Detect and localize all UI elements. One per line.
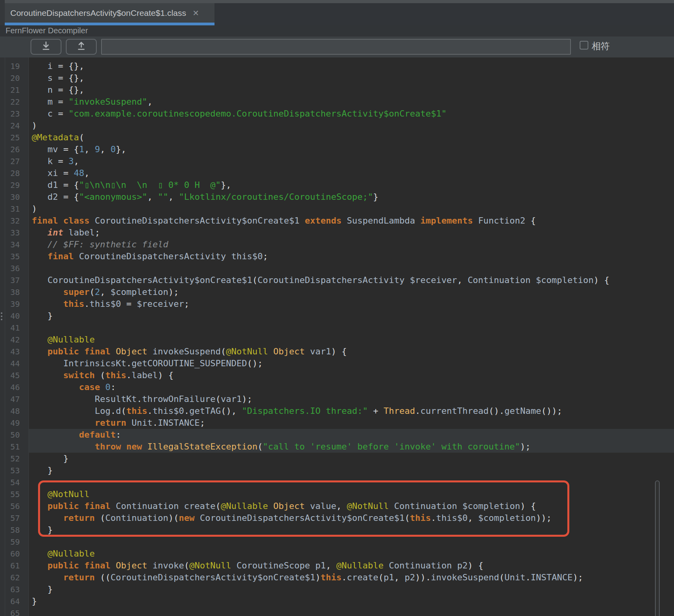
line-number: 36 <box>0 262 20 274</box>
code-line <box>29 536 674 548</box>
line-number: 52 <box>0 453 20 465</box>
code-line: xi = 48, <box>29 167 674 179</box>
code-line: @Nullable <box>29 548 674 560</box>
gutter-numbers: 1920212223242526272829303132333435363738… <box>0 60 20 616</box>
code-line: @Metadata( <box>29 132 674 143</box>
line-number: 63 <box>0 583 20 595</box>
tab-title: CoroutineDispatchersActivity$onCreate$1.… <box>10 8 186 18</box>
line-number: 23 <box>0 108 20 120</box>
line-number: 33 <box>0 227 20 239</box>
code-lines[interactable]: i = {}, s = {}, n = {}, m = "invokeSuspe… <box>29 60 674 616</box>
editor-scrollbar-thumb[interactable] <box>655 480 660 616</box>
code-line: c = "com.example.coroutinescopedemo.Coro… <box>29 108 674 120</box>
line-number: 59 <box>0 536 20 548</box>
gutter-drag-handle-icon[interactable] <box>1 312 3 322</box>
code-line: @NotNull <box>29 488 674 500</box>
line-number: 53 <box>0 465 20 476</box>
match-checkbox-label: 相符 <box>592 40 610 52</box>
code-line: i = {}, <box>29 60 674 72</box>
download-button[interactable] <box>31 39 61 55</box>
code-line: IntrinsicsKt.getCOROUTINE_SUSPENDED(); <box>29 358 674 369</box>
line-number: 32 <box>0 215 20 227</box>
line-number: 19 <box>0 60 20 72</box>
line-number: 28 <box>0 167 20 179</box>
line-number: 49 <box>0 417 20 429</box>
code-line: this.this$0 = $receiver; <box>29 298 674 310</box>
code-line: } <box>29 310 674 322</box>
editor-gutter: 1920212223242526272829303132333435363738… <box>0 57 29 616</box>
code-line: public final Continuation create(@Nullab… <box>29 500 674 512</box>
code-line: default: <box>29 429 674 441</box>
line-number: 34 <box>0 239 20 251</box>
code-line <box>29 476 674 488</box>
line-number: 62 <box>0 572 20 583</box>
line-number: 46 <box>0 381 20 393</box>
code-line: public final Object invoke(@NotNull Coro… <box>29 560 674 572</box>
code-line: ) <box>29 120 674 132</box>
code-line: final class CoroutineDispatchersActivity… <box>29 215 674 227</box>
code-line: mv = {1, 9, 0}, <box>29 143 674 155</box>
code-line: } <box>29 595 674 607</box>
code-line: d2 = {"<anonymous>", "", "Lkotlinx/corou… <box>29 191 674 203</box>
code-line: k = 3, <box>29 155 674 167</box>
window-top-strip <box>5 0 674 3</box>
code-line: ) <box>29 203 674 215</box>
line-number: 35 <box>0 251 20 262</box>
line-number: 45 <box>0 369 20 381</box>
search-input[interactable] <box>101 39 571 55</box>
code-line: ResultKt.throwOnFailure(var1); <box>29 393 674 405</box>
code-line: } <box>29 524 674 536</box>
line-number: 48 <box>0 405 20 417</box>
line-number: 55 <box>0 488 20 500</box>
code-line: n = {}, <box>29 84 674 96</box>
line-number: 54 <box>0 476 20 488</box>
code-line: case 0: <box>29 381 674 393</box>
code-line: d1 = {"▯\n\n▯\n \n ▯ 0* 0 H @"}, <box>29 179 674 191</box>
code-line: s = {}, <box>29 72 674 84</box>
code-line <box>29 607 674 616</box>
line-number: 65 <box>0 607 20 616</box>
line-number: 58 <box>0 524 20 536</box>
code-line: final CoroutineDispatchersActivity this$… <box>29 251 674 262</box>
code-line <box>29 262 674 274</box>
line-number: 24 <box>0 120 20 132</box>
line-number: 64 <box>0 595 20 607</box>
code-line: throw new IllegalStateException("call to… <box>29 441 674 453</box>
code-line: return Unit.INSTANCE; <box>29 417 674 429</box>
code-line: Log.d(this.this$0.getTAG(), "Dispatchers… <box>29 405 674 417</box>
line-number: 50 <box>0 429 20 441</box>
code-line: } <box>29 453 674 465</box>
tabbar-left-corner <box>0 0 5 25</box>
line-number: 61 <box>0 560 20 572</box>
line-number: 51 <box>0 441 20 453</box>
code-line: CoroutineDispatchersActivity$onCreate$1(… <box>29 274 674 286</box>
line-number: 29 <box>0 179 20 191</box>
line-number: 20 <box>0 72 20 84</box>
code-line <box>29 322 674 334</box>
decompiler-label: FernFlower Decompiler <box>6 26 88 35</box>
editor-pane[interactable]: 1920212223242526272829303132333435363738… <box>0 57 674 616</box>
line-number: 60 <box>0 548 20 560</box>
line-number: 27 <box>0 155 20 167</box>
close-icon[interactable]: ✕ <box>193 9 199 17</box>
code-line: super(2, $completion); <box>29 286 674 298</box>
line-number: 26 <box>0 143 20 155</box>
line-number: 43 <box>0 346 20 358</box>
code-line: } <box>29 465 674 476</box>
code-line: return ((CoroutineDispatchersActivity$on… <box>29 572 674 583</box>
decompiler-banner: FernFlower Decompiler <box>0 25 674 36</box>
line-number: 38 <box>0 286 20 298</box>
line-number: 44 <box>0 358 20 369</box>
match-checkbox[interactable] <box>580 41 588 50</box>
line-number: 25 <box>0 132 20 143</box>
code-line: switch (this.label) { <box>29 369 674 381</box>
line-number: 31 <box>0 203 20 215</box>
line-number: 57 <box>0 512 20 524</box>
active-tab-underline <box>5 23 214 25</box>
upload-button[interactable] <box>66 39 97 55</box>
tab-coroutine-dispatchers-class[interactable]: CoroutineDispatchersActivity$onCreate$1.… <box>5 3 214 23</box>
download-arrow-icon <box>41 41 51 53</box>
line-number: 21 <box>0 84 20 96</box>
line-number: 42 <box>0 334 20 346</box>
line-number: 22 <box>0 96 20 108</box>
